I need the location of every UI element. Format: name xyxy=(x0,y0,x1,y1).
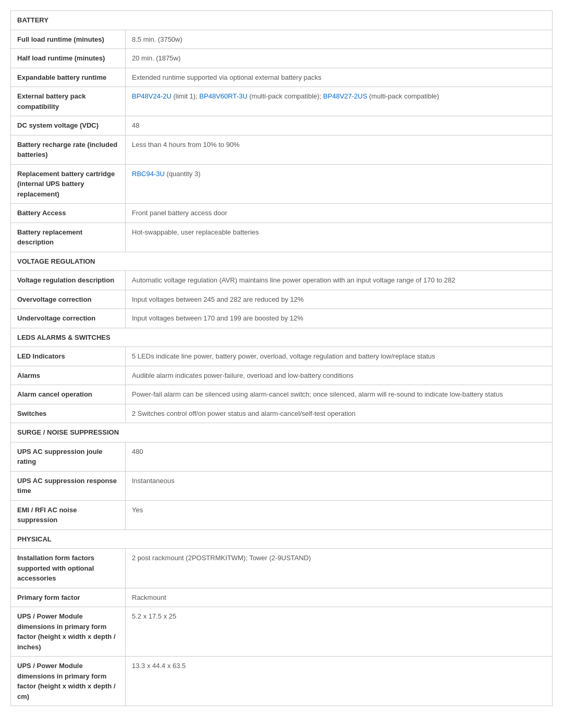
row-label: Switches xyxy=(11,404,126,423)
row-label: EMI / RFI AC noise suppression xyxy=(11,500,126,529)
row-value: Automatic voltage regulation (AVR) maint… xyxy=(126,271,553,290)
row-label: Battery recharge rate (included batterie… xyxy=(11,135,126,164)
row-value: Hot-swappable, user replaceable batterie… xyxy=(126,223,553,252)
row-label: Battery Access xyxy=(11,204,126,223)
row-value: Input voltages between 170 and 199 are b… xyxy=(126,309,553,328)
row-value: 5 LEDs indicate line power, battery powe… xyxy=(126,347,553,366)
row-value: 2 Switches control off/on power status a… xyxy=(126,404,553,423)
table-row: Primary form factorRackmount xyxy=(11,588,553,607)
row-value: Instantaneous xyxy=(126,471,553,500)
section-header-cell: SURGE / NOISE SUPPRESSION xyxy=(11,423,553,442)
row-value: Extended runtime supported via optional … xyxy=(126,68,553,87)
table-row: UPS AC suppression response timeInstanta… xyxy=(11,471,553,500)
row-label: Overvoltage correction xyxy=(11,290,126,309)
row-label: Replacement battery cartridge (internal … xyxy=(11,164,126,204)
spec-link[interactable]: BP48V24-2U xyxy=(132,92,172,100)
spec-link[interactable]: RBC94-3U xyxy=(132,170,165,178)
table-row: Full load runtime (minutes)8.5 min. (375… xyxy=(11,30,553,49)
row-value: Audible alarm indicates power-failure, o… xyxy=(126,366,553,385)
row-label: Undervoltage correction xyxy=(11,309,126,328)
section-header-cell: PHYSICAL xyxy=(11,529,553,549)
row-label: Alarm cancel operation xyxy=(11,385,126,404)
table-row: UPS AC suppression joule rating480 xyxy=(11,442,553,471)
table-row: Battery replacement descriptionHot-swapp… xyxy=(11,223,553,252)
row-label: UPS AC suppression joule rating xyxy=(11,442,126,471)
row-value: 5.2 x 17.5 x 25 xyxy=(126,607,553,657)
section-header-row: BATTERY xyxy=(11,11,553,30)
row-label: UPS AC suppression response time xyxy=(11,471,126,500)
table-row: Installation form factors supported with… xyxy=(11,549,553,588)
table-row: Voltage regulation descriptionAutomatic … xyxy=(11,271,553,290)
table-row: External battery pack compatibilityBP48V… xyxy=(11,87,553,116)
row-value: 48 xyxy=(126,116,553,135)
table-row: Battery AccessFront panel battery access… xyxy=(11,204,553,223)
row-label: Primary form factor xyxy=(11,588,126,607)
row-value: 8.5 min. (3750w) xyxy=(126,30,553,49)
row-label: Installation form factors supported with… xyxy=(11,549,126,588)
row-value: Input voltages between 245 and 282 are r… xyxy=(126,290,553,309)
row-value: Power-fail alarm can be silenced using a… xyxy=(126,385,553,404)
row-label: Battery replacement description xyxy=(11,223,126,252)
section-header-row: SURGE / NOISE SUPPRESSION xyxy=(11,423,553,442)
row-value: Yes xyxy=(126,500,553,529)
table-row: DC system voltage (VDC)48 xyxy=(11,116,553,135)
section-header-row: VOLTAGE REGULATION xyxy=(11,252,553,271)
row-value: RBC94-3U (quantity 3) xyxy=(126,164,553,204)
table-row: LED Indicators5 LEDs indicate line power… xyxy=(11,347,553,366)
spec-link[interactable]: BP48V27-2US xyxy=(323,92,368,100)
table-row: Expandable battery runtimeExtended runti… xyxy=(11,68,553,87)
table-row: Half load runtime (minutes)20 min. (1875… xyxy=(11,49,553,68)
row-value: Front panel battery access door xyxy=(126,204,553,223)
row-value: Less than 4 hours from 10% to 90% xyxy=(126,135,553,164)
table-row: Overvoltage correctionInput voltages bet… xyxy=(11,290,553,309)
row-label: UPS / Power Module dimensions in primary… xyxy=(11,657,126,706)
section-header-row: PHYSICAL xyxy=(11,529,553,549)
table-row: EMI / RFI AC noise suppressionYes xyxy=(11,500,553,529)
table-row: Alarm cancel operationPower-fail alarm c… xyxy=(11,385,553,404)
table-row: AlarmsAudible alarm indicates power-fail… xyxy=(11,366,553,385)
table-row: Undervoltage correctionInput voltages be… xyxy=(11,309,553,328)
row-value: 13.3 x 44.4 x 63.5 xyxy=(126,657,553,706)
row-value: Rackmount xyxy=(126,588,553,607)
row-label: UPS / Power Module dimensions in primary… xyxy=(11,607,126,657)
row-label: Alarms xyxy=(11,366,126,385)
section-header-cell: BATTERY xyxy=(11,11,553,30)
row-label: Expandable battery runtime xyxy=(11,68,126,87)
spec-link[interactable]: BP48V60RT-3U xyxy=(199,92,247,100)
row-value: 480 xyxy=(126,442,553,471)
row-value: 20 min. (1875w) xyxy=(126,49,553,68)
table-row: UPS / Power Module dimensions in primary… xyxy=(11,607,553,657)
table-row: UPS / Power Module dimensions in primary… xyxy=(11,657,553,706)
row-label: Full load runtime (minutes) xyxy=(11,30,126,49)
row-label: External battery pack compatibility xyxy=(11,87,126,116)
row-value: 2 post rackmount (2POSTRMKITWM); Tower (… xyxy=(126,549,553,588)
section-header-row: LEDS ALARMS & SWITCHES xyxy=(11,328,553,347)
table-row: Switches2 Switches control off/on power … xyxy=(11,404,553,423)
spec-table: BATTERYFull load runtime (minutes)8.5 mi… xyxy=(10,10,553,706)
row-label: DC system voltage (VDC) xyxy=(11,116,126,135)
section-header-cell: VOLTAGE REGULATION xyxy=(11,252,553,271)
row-label: LED Indicators xyxy=(11,347,126,366)
row-value: BP48V24-2U (limit 1); BP48V60RT-3U (mult… xyxy=(126,87,553,116)
table-row: Replacement battery cartridge (internal … xyxy=(11,164,553,204)
table-row: Battery recharge rate (included batterie… xyxy=(11,135,553,164)
row-label: Voltage regulation description xyxy=(11,271,126,290)
section-header-cell: LEDS ALARMS & SWITCHES xyxy=(11,328,553,347)
row-label: Half load runtime (minutes) xyxy=(11,49,126,68)
